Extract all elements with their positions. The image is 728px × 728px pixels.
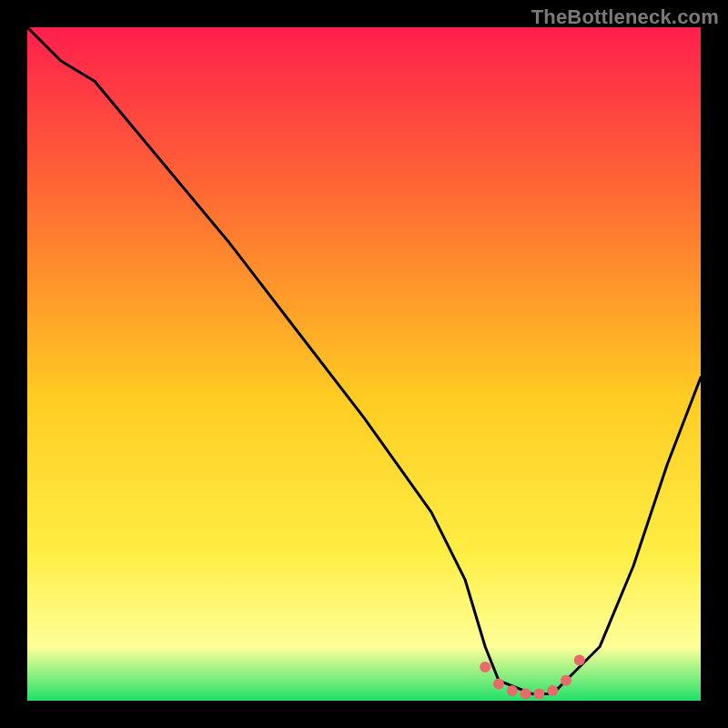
marker-dot — [507, 685, 518, 696]
watermark-label: TheBottleneck.com — [531, 5, 719, 29]
plot-background — [27, 27, 701, 701]
chart-frame — [27, 27, 701, 701]
chart-svg — [27, 27, 701, 701]
marker-dot — [574, 655, 585, 666]
marker-dot — [561, 675, 571, 686]
marker-dot — [521, 689, 531, 700]
marker-dot — [493, 679, 504, 690]
marker-dot — [547, 685, 558, 696]
marker-dot — [480, 662, 490, 672]
marker-dot — [533, 689, 544, 700]
